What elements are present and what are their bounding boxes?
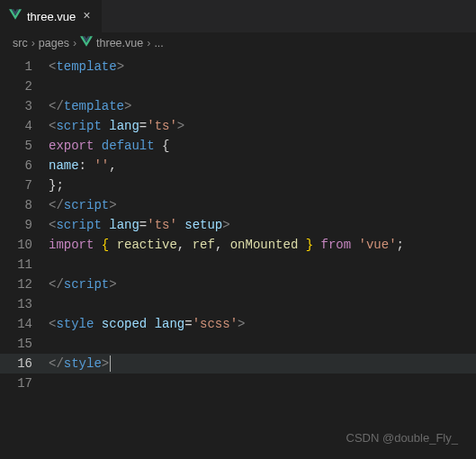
breadcrumb-item[interactable]: three.vue — [96, 37, 143, 50]
code-line[interactable]: 11 — [0, 255, 476, 274]
line-number: 2 — [0, 79, 49, 94]
line-number: 11 — [0, 257, 49, 272]
code-line[interactable]: 10import { reactive, ref, onMounted } fr… — [0, 235, 476, 255]
code-line[interactable]: 4<script lang='ts'> — [0, 116, 476, 136]
line-number: 6 — [0, 158, 49, 173]
chevron-right-icon: › — [73, 37, 76, 50]
code-line[interactable]: 16</style> — [0, 354, 476, 374]
chevron-right-icon: › — [31, 37, 35, 50]
tab-label: three.vue — [27, 10, 76, 23]
code-line[interactable]: 3</template> — [0, 96, 476, 116]
line-number: 5 — [0, 139, 49, 153]
breadcrumb-item[interactable]: pages — [39, 37, 69, 50]
close-icon[interactable]: × — [81, 9, 92, 23]
code-line[interactable]: 1<template> — [0, 57, 476, 76]
line-number: 3 — [0, 99, 49, 113]
code-editor[interactable]: 1<template> 2 3</template> 4<script lang… — [0, 53, 476, 393]
vue-file-icon — [80, 36, 93, 50]
line-number: 14 — [0, 317, 49, 331]
line-number: 12 — [0, 277, 49, 292]
line-number: 17 — [0, 376, 49, 391]
code-line[interactable]: 9<script lang='ts' setup> — [0, 215, 476, 235]
code-line[interactable]: 13 — [0, 294, 476, 314]
code-line[interactable]: 5export default { — [0, 136, 476, 156]
code-line[interactable]: 14<style scoped lang='scss'> — [0, 314, 476, 334]
code-line[interactable]: 17 — [0, 374, 476, 393]
tab-bar: three.vue × — [0, 0, 476, 32]
line-number: 15 — [0, 337, 49, 351]
breadcrumb-item[interactable]: ... — [154, 37, 163, 50]
vue-file-icon — [9, 9, 22, 23]
line-number: 9 — [0, 218, 49, 232]
code-line[interactable]: 2 — [0, 76, 476, 96]
code-line[interactable]: 12</script> — [0, 274, 476, 294]
chevron-right-icon: › — [147, 37, 150, 50]
cursor-icon — [110, 356, 111, 372]
line-number: 13 — [0, 297, 49, 311]
line-number: 1 — [0, 59, 49, 74]
watermark: CSDN @double_Fly_ — [346, 431, 458, 445]
breadcrumb-item[interactable]: src — [13, 37, 28, 50]
line-number: 4 — [0, 119, 49, 133]
tab-three-vue[interactable]: three.vue × — [0, 0, 103, 32]
code-line[interactable]: 8</script> — [0, 195, 476, 215]
breadcrumb[interactable]: src › pages › three.vue › ... — [0, 32, 476, 53]
line-number: 10 — [0, 238, 49, 252]
line-number: 8 — [0, 198, 49, 212]
code-line[interactable]: 7}; — [0, 176, 476, 195]
line-number: 7 — [0, 178, 49, 193]
line-number: 16 — [0, 356, 49, 371]
code-line[interactable]: 6name: '', — [0, 156, 476, 176]
code-line[interactable]: 15 — [0, 334, 476, 354]
